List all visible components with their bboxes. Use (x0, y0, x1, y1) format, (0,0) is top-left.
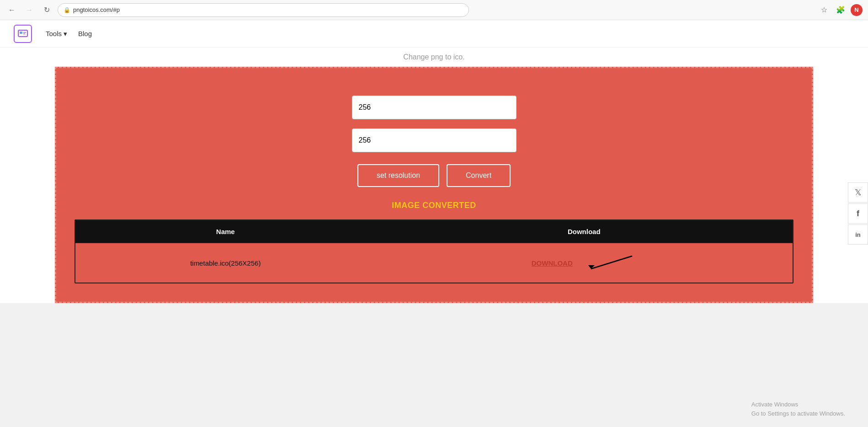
address-bar[interactable]: 🔒 pngtoicos.com/#p (58, 3, 469, 17)
logo[interactable] (14, 25, 32, 43)
reload-button[interactable]: ↻ (40, 4, 53, 16)
page-wrapper: Tools ▾ Blog Change png to ico. set reso… (0, 20, 868, 303)
extensions-button[interactable]: 🧩 (834, 4, 847, 16)
set-resolution-button[interactable]: set resolution (357, 164, 439, 187)
nav-tools[interactable]: Tools ▾ (46, 30, 67, 38)
table-row: timetable.ico(256X256) DOWNLOAD (75, 243, 793, 283)
main-container: set resolution Convert IMAGE CONVERTED N… (55, 67, 813, 303)
tools-dropdown-icon: ▾ (64, 30, 67, 38)
bookmark-button[interactable]: ☆ (818, 4, 831, 16)
facebook-icon: f (857, 209, 859, 219)
file-name-cell: timetable.ico(256X256) (75, 243, 376, 283)
buttons-row: set resolution Convert (357, 164, 511, 187)
results-table: Name Download timetable.ico(256X256) DOW… (75, 220, 793, 283)
table-header-row: Name Download (75, 220, 793, 243)
download-header: Download (376, 220, 793, 243)
url-text: pngtoicos.com/#p (73, 6, 120, 13)
page-subtitle: Change png to ico. (0, 48, 868, 67)
linkedin-icon: in (855, 231, 861, 238)
social-sidebar: 𝕏 f in (848, 182, 868, 245)
back-button[interactable]: ← (5, 4, 18, 16)
convert-button[interactable]: Convert (447, 164, 511, 187)
download-cell: DOWNLOAD (376, 243, 793, 283)
linkedin-button[interactable]: in (848, 224, 868, 245)
twitter-button[interactable]: 𝕏 (848, 182, 868, 203)
download-link[interactable]: DOWNLOAD (532, 259, 573, 267)
twitter-icon: 𝕏 (855, 187, 862, 197)
activate-windows-watermark: Activate Windows Go to Settings to activ… (751, 400, 845, 418)
nav-blog[interactable]: Blog (78, 30, 92, 37)
svg-rect-1 (20, 32, 22, 34)
browser-right-icons: ☆ 🧩 N (818, 4, 863, 16)
status-text: IMAGE CONVERTED (392, 201, 476, 210)
svg-line-4 (591, 256, 632, 269)
results-table-wrapper: Name Download timetable.ico(256X256) DOW… (75, 219, 793, 283)
width-input[interactable] (352, 96, 517, 119)
download-cell-inner: DOWNLOAD (385, 251, 783, 274)
height-input[interactable] (352, 128, 517, 152)
logo-icon (14, 25, 32, 43)
arrow-annotation (582, 251, 637, 274)
nav-links: Tools ▾ Blog (46, 30, 92, 38)
form-section: set resolution Convert IMAGE CONVERTED (75, 96, 793, 210)
facebook-button[interactable]: f (848, 203, 868, 224)
lock-icon: 🔒 (64, 7, 70, 13)
user-avatar[interactable]: N (851, 4, 863, 16)
top-nav: Tools ▾ Blog (0, 20, 868, 48)
browser-chrome: ← → ↻ 🔒 pngtoicos.com/#p ☆ 🧩 N (0, 0, 868, 20)
forward-button[interactable]: → (23, 4, 36, 16)
name-header: Name (75, 220, 376, 243)
